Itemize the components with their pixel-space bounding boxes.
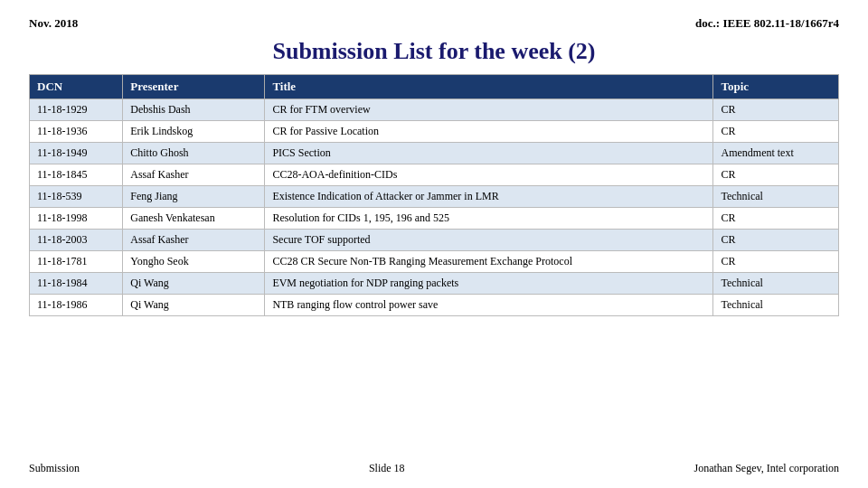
cell-0-1: Debshis Dash xyxy=(123,99,265,121)
cell-2-3: Amendment text xyxy=(713,143,839,164)
slide-footer: Submission Slide 18 Jonathan Segev, Inte… xyxy=(29,456,839,475)
cell-1-3: CR xyxy=(713,121,839,143)
footer-center: Slide 18 xyxy=(80,462,693,475)
cell-4-3: Technical xyxy=(713,186,839,208)
cell-9-0: 11-18-1986 xyxy=(30,295,123,316)
table-row: 11-18-1949Chitto GhoshPICS SectionAmendm… xyxy=(30,143,839,164)
cell-2-1: Chitto Ghosh xyxy=(123,143,265,164)
col-dcn: DCN xyxy=(30,75,123,99)
table-row: 11-18-1781Yongho SeokCC28 CR Secure Non-… xyxy=(30,251,839,273)
header-date: Nov. 2018 xyxy=(29,16,78,31)
col-title: Title xyxy=(265,75,713,99)
cell-1-1: Erik Lindskog xyxy=(123,121,265,143)
table-row: 11-18-539Feng JiangExistence Indication … xyxy=(30,186,839,208)
cell-8-0: 11-18-1984 xyxy=(30,273,123,295)
header-doc: doc.: IEEE 802.11-18/1667r4 xyxy=(695,16,839,31)
cell-5-2: Resolution for CIDs 1, 195, 196 and 525 xyxy=(265,208,713,230)
cell-1-2: CR for Passive Location xyxy=(265,121,713,143)
cell-6-3: CR xyxy=(713,230,839,251)
table-row: 11-18-1984Qi WangEVM negotiation for NDP… xyxy=(30,273,839,295)
cell-0-2: CR for FTM overview xyxy=(265,99,713,121)
table-row: 11-18-1986Qi WangNTB ranging flow contro… xyxy=(30,295,839,316)
table-row: 11-18-1845Assaf KasherCC28-AOA-definitio… xyxy=(30,164,839,186)
slide: Nov. 2018 doc.: IEEE 802.11-18/1667r4 Su… xyxy=(0,0,868,488)
footer-left: Submission xyxy=(29,462,80,475)
cell-9-1: Qi Wang xyxy=(123,295,265,316)
cell-5-0: 11-18-1998 xyxy=(30,208,123,230)
slide-title: Submission List for the week (2) xyxy=(29,38,839,65)
cell-7-3: CR xyxy=(713,251,839,273)
slide-header: Nov. 2018 doc.: IEEE 802.11-18/1667r4 xyxy=(29,16,839,31)
cell-3-0: 11-18-1845 xyxy=(30,164,123,186)
cell-4-0: 11-18-539 xyxy=(30,186,123,208)
cell-9-3: Technical xyxy=(713,295,839,316)
cell-5-3: CR xyxy=(713,208,839,230)
cell-8-2: EVM negotiation for NDP ranging packets xyxy=(265,273,713,295)
cell-8-3: Technical xyxy=(713,273,839,295)
col-topic: Topic xyxy=(713,75,839,99)
cell-8-1: Qi Wang xyxy=(123,273,265,295)
cell-4-1: Feng Jiang xyxy=(123,186,265,208)
table-header-row: DCN Presenter Title Topic xyxy=(30,75,839,99)
table-row: 11-18-2003Assaf KasherSecure TOF support… xyxy=(30,230,839,251)
cell-7-0: 11-18-1781 xyxy=(30,251,123,273)
cell-0-3: CR xyxy=(713,99,839,121)
submission-table: DCN Presenter Title Topic 11-18-1929Debs… xyxy=(29,74,839,316)
cell-0-0: 11-18-1929 xyxy=(30,99,123,121)
table-row: 11-18-1936Erik LindskogCR for Passive Lo… xyxy=(30,121,839,143)
cell-9-2: NTB ranging flow control power save xyxy=(265,295,713,316)
cell-3-1: Assaf Kasher xyxy=(123,164,265,186)
cell-4-2: Existence Indication of Attacker or Jamm… xyxy=(265,186,713,208)
cell-6-0: 11-18-2003 xyxy=(30,230,123,251)
cell-1-0: 11-18-1936 xyxy=(30,121,123,143)
cell-2-2: PICS Section xyxy=(265,143,713,164)
footer-right: Jonathan Segev, Intel corporation xyxy=(693,462,839,475)
cell-7-2: CC28 CR Secure Non-TB Ranging Measuremen… xyxy=(265,251,713,273)
table-row: 11-18-1929Debshis DashCR for FTM overvie… xyxy=(30,99,839,121)
cell-7-1: Yongho Seok xyxy=(123,251,265,273)
cell-2-0: 11-18-1949 xyxy=(30,143,123,164)
table-row: 11-18-1998Ganesh VenkatesanResolution fo… xyxy=(30,208,839,230)
col-presenter: Presenter xyxy=(123,75,265,99)
cell-3-2: CC28-AOA-definition-CIDs xyxy=(265,164,713,186)
cell-6-2: Secure TOF supported xyxy=(265,230,713,251)
cell-3-3: CR xyxy=(713,164,839,186)
cell-5-1: Ganesh Venkatesan xyxy=(123,208,265,230)
cell-6-1: Assaf Kasher xyxy=(123,230,265,251)
